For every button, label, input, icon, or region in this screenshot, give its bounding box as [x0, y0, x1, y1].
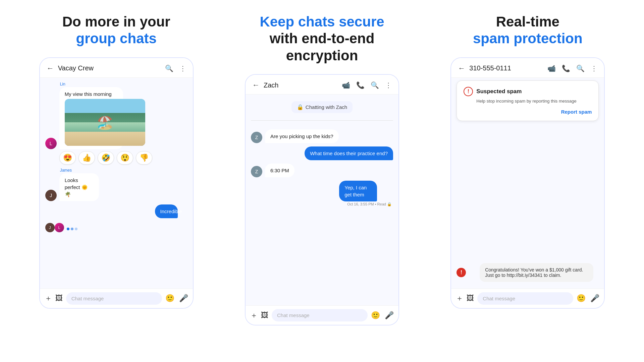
col2-heading: Keep chats secure with end-to-end encryp…: [260, 13, 384, 64]
sender-name-james: James: [59, 168, 116, 173]
avatar-james: J: [45, 190, 57, 201]
bubble-lin-text: My view this morning: [59, 87, 123, 149]
msg-timestamp: Oct 16, 3:55 PM • Read 🔒: [339, 202, 393, 206]
more-icon-1[interactable]: ⋮: [179, 64, 186, 72]
report-spam-button[interactable]: Report spam: [464, 109, 592, 115]
encryption-text: Chatting with Zach: [306, 104, 347, 110]
add-icon-3[interactable]: ＋: [456, 293, 463, 303]
image-icon-3[interactable]: 🖼: [467, 294, 474, 303]
bubble-zach1: Are you picking up the kids?: [265, 129, 339, 143]
chat-topbar-3: ← 310-555-0111 📹 📞 🔍 ⋮: [451, 58, 604, 78]
bubble-zach2: 6:30 PM: [265, 164, 294, 177]
emoji-icon-1[interactable]: 🙂: [165, 294, 174, 303]
chat-title-1: Vacay Crew: [58, 64, 161, 72]
dot-1: [67, 228, 69, 230]
add-icon-1[interactable]: ＋: [45, 293, 52, 303]
phone-icon-3[interactable]: 📞: [562, 64, 570, 72]
col2-heading-line3: encryption: [260, 47, 384, 64]
chat-title-2: Zach: [264, 81, 338, 89]
chat-input-field-1[interactable]: Chat message: [66, 292, 162, 305]
msg-row-james: J James Looks perfect 🌞 🌴: [45, 168, 187, 201]
col-spam: Real-time spam protection ← 310-555-0111…: [432, 13, 624, 325]
spam-bubble: Congratulations! You've won a $1,000 gif…: [480, 263, 593, 282]
typing-avatars-row: J L: [45, 223, 187, 232]
dot-2: [71, 228, 73, 230]
dot-3: [75, 228, 77, 230]
chat-body-1: L Lin My view this morning 😍 👍 🤣 😲: [40, 78, 193, 289]
topbar-icons-1: 🔍 ⋮: [165, 64, 186, 72]
msg-row-lin: L Lin My view this morning: [45, 82, 187, 149]
input-right-icons-3: 🙂 🎤: [577, 294, 599, 303]
reaction-thumbsdown[interactable]: 👎: [136, 151, 152, 165]
main-layout: Do more in your group chats ← Vacay Crew…: [20, 13, 624, 325]
phone-icon-2[interactable]: 📞: [356, 81, 365, 89]
spam-warning-icon: !: [464, 87, 473, 96]
spam-desc: Help stop incoming spam by reporting thi…: [476, 98, 592, 104]
reaction-thumbsup[interactable]: 👍: [78, 151, 95, 165]
spam-panel-header: ! Suspected spam: [464, 87, 592, 96]
col2-heading-line2: with end-to-end: [260, 30, 384, 47]
add-icon-2[interactable]: ＋: [250, 310, 258, 320]
encryption-badge: 🔒 Chatting with Zach: [291, 101, 353, 113]
lock-icon: 🔒: [297, 104, 304, 110]
mic-icon-2[interactable]: 🎤: [385, 311, 394, 320]
phone-mockup-2: ← Zach 📹 📞 🔍 ⋮ 🔒 Chatting with Zach: [245, 74, 399, 325]
bubble-james: Looks perfect 🌞 🌴: [59, 173, 99, 201]
col-encryption: Keep chats secure with end-to-end encryp…: [226, 13, 418, 325]
mic-icon-3[interactable]: 🎤: [590, 294, 599, 303]
more-icon-3[interactable]: ⋮: [591, 64, 597, 72]
phone-mockup-3: ← 310-555-0111 📹 📞 🔍 ⋮ ! Suspected spam: [450, 57, 605, 309]
msg-row-zach2: Z 6:30 PM: [251, 164, 393, 177]
avatar-small-1: J: [45, 223, 55, 232]
avatar-zach: Z: [251, 132, 262, 143]
spam-bubble-row: ! Congratulations! You've won a $1,000 g…: [451, 260, 604, 285]
image-icon-1[interactable]: 🖼: [55, 294, 63, 303]
mic-icon-1[interactable]: 🎤: [179, 294, 188, 303]
more-icon-2[interactable]: ⋮: [385, 81, 392, 89]
spam-title: Suspected spam: [476, 88, 522, 95]
col1-heading-line2: group chats: [62, 30, 170, 47]
reaction-surprised[interactable]: 😲: [117, 151, 133, 165]
msg-col-out2: Yep, I can get them Oct 16, 3:55 PM • Re…: [339, 181, 393, 206]
chat-input-field-3[interactable]: Chat message: [477, 292, 573, 305]
msg-row-out2: Yep, I can get them Oct 16, 3:55 PM • Re…: [251, 181, 393, 206]
spam-panel: ! Suspected spam Help stop incoming spam…: [457, 80, 599, 121]
back-button-1[interactable]: ←: [47, 64, 54, 73]
reaction-row: 😍 👍 🤣 😲 👎: [59, 151, 187, 165]
col-group-chats: Do more in your group chats ← Vacay Crew…: [20, 13, 212, 325]
search-icon-2[interactable]: 🔍: [371, 81, 379, 89]
chat-body-3: ! Suspected spam Help stop incoming spam…: [451, 78, 604, 289]
topbar-icons-2: 📹 📞 🔍 ⋮: [342, 81, 392, 89]
search-icon-1[interactable]: 🔍: [165, 64, 173, 72]
video-icon-2[interactable]: 📹: [342, 81, 350, 89]
bubble-out2: Yep, I can get them: [339, 181, 377, 201]
msg-row-incredible: Incredible: [45, 204, 187, 218]
chat-body-2: 🔒 Chatting with Zach Z Are you picking u…: [246, 95, 398, 305]
chat-topbar-1: ← Vacay Crew 🔍 ⋮: [40, 58, 193, 78]
chat-input-field-2[interactable]: Chat message: [272, 309, 368, 321]
reaction-laugh[interactable]: 🤣: [98, 151, 114, 165]
video-icon-3[interactable]: 📹: [547, 64, 556, 72]
back-button-2[interactable]: ←: [252, 81, 260, 89]
col2-heading-line1: Keep chats secure: [260, 13, 384, 30]
reaction-love[interactable]: 😍: [59, 151, 76, 165]
image-icon-2[interactable]: 🖼: [261, 311, 268, 320]
sender-name-lin: Lin: [59, 82, 151, 86]
chat-title-3: 310-555-0111: [469, 64, 543, 72]
search-icon-3[interactable]: 🔍: [576, 64, 585, 72]
emoji-icon-2[interactable]: 🙂: [371, 311, 380, 320]
col3-heading: Real-time spam protection: [473, 13, 583, 47]
msg-row-zach1: Z Are you picking up the kids?: [251, 129, 393, 143]
chat-input-bar-2: ＋ 🖼 Chat message 🙂 🎤: [246, 305, 398, 325]
col3-heading-line2: spam protection: [473, 30, 583, 47]
chat-input-bar-3: ＋ 🖼 Chat message 🙂 🎤: [451, 289, 604, 308]
avatar-zach2: Z: [251, 166, 262, 177]
spam-message-area: ! Congratulations! You've won a $1,000 g…: [451, 124, 604, 289]
col1-heading: Do more in your group chats: [62, 13, 170, 47]
back-button-3[interactable]: ←: [458, 64, 465, 73]
avatar-lin: L: [45, 138, 57, 149]
phone-mockup-1: ← Vacay Crew 🔍 ⋮ L Lin My view this morn…: [39, 57, 194, 309]
input-right-icons-2: 🙂 🎤: [371, 311, 394, 320]
emoji-icon-3[interactable]: 🙂: [577, 294, 586, 303]
typing-dots: [67, 226, 77, 232]
